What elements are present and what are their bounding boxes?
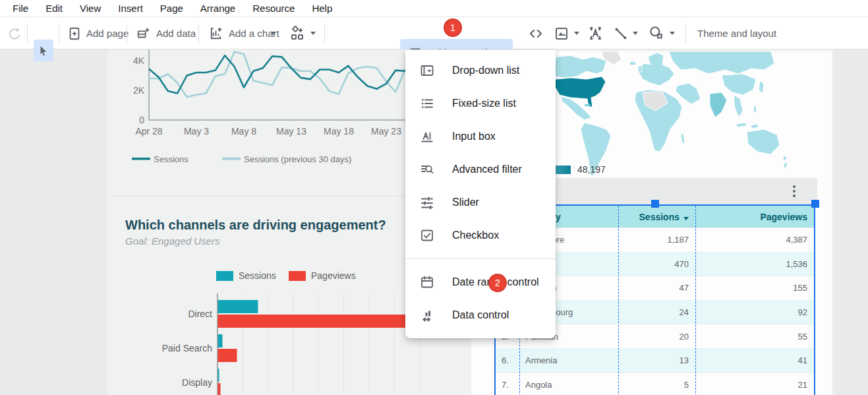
menu-item-input-box[interactable]: Input box: [405, 120, 556, 153]
menubar-item-arrange[interactable]: Arrange: [192, 3, 244, 14]
divider: [59, 24, 59, 43]
map-region-australia: [747, 129, 780, 154]
menubar-item-resource[interactable]: Resource: [244, 3, 303, 14]
redo-icon[interactable]: [5, 17, 24, 49]
bar-category-label: Display: [182, 377, 212, 388]
table-row[interactable]: 7.Angola521: [496, 373, 814, 395]
pageviews-header[interactable]: Pageviews: [695, 212, 814, 222]
data-studio-editor: FileEditViewInsertPageArrangeResourceHel…: [0, 0, 868, 395]
map-region-russia-asia: [669, 51, 774, 74]
select-tool-button[interactable]: [34, 40, 53, 61]
menu-item-label: Checkbox: [452, 229, 499, 241]
step-badge-2: 2: [488, 274, 507, 292]
menu-item-label: Fixed-size list: [452, 98, 516, 109]
menu-separator: [405, 258, 556, 259]
add-data-button[interactable]: Add data: [156, 17, 196, 49]
theme-and-layout-button[interactable]: Theme and layout: [697, 17, 776, 49]
chevron-down-icon[interactable]: [631, 17, 640, 49]
menu-item-date-range-control[interactable]: Date range control: [405, 266, 556, 299]
add-chart-icon[interactable]: [207, 17, 224, 49]
map-region-india: [710, 92, 727, 117]
menubar-item-file[interactable]: File: [4, 3, 37, 14]
drop-down-list-icon: [419, 63, 435, 78]
map-region-philippines: [753, 106, 757, 113]
menu-item-label: Input box: [452, 131, 496, 142]
fixed-size-list-icon: [419, 96, 435, 111]
menubar-item-page[interactable]: Page: [152, 3, 192, 14]
bar-category-label: Paid Search: [162, 343, 212, 353]
menu-item-checkbox[interactable]: Checkbox: [405, 219, 556, 252]
calendar-icon: [419, 274, 435, 290]
svg-text:2K: 2K: [133, 85, 145, 96]
map-region-mexico-central-america: [561, 96, 591, 120]
map-region-middle-east: [676, 83, 701, 104]
more-options-icon[interactable]: [788, 184, 800, 198]
svg-text:May 3: May 3: [184, 126, 209, 137]
menu-item-slider[interactable]: Slider: [405, 186, 556, 219]
menubar-item-edit[interactable]: Edit: [37, 3, 71, 14]
chevron-down-icon[interactable]: [269, 17, 278, 49]
divider: [324, 24, 325, 43]
community-components-icon[interactable]: [287, 17, 307, 49]
step-badge-1: 1: [444, 18, 462, 37]
svg-text:May 18: May 18: [324, 126, 354, 137]
menu-item-fixed-size-list[interactable]: Fixed-size list: [405, 87, 556, 120]
input-box-icon: [419, 129, 435, 144]
map-region-canada: [549, 55, 606, 78]
line-legend-sessions: Sessions: [154, 154, 188, 164]
svg-text:0: 0: [139, 115, 144, 125]
menubar-item-view[interactable]: View: [71, 3, 109, 14]
map-region-madagascar: [681, 133, 685, 144]
embed-icon[interactable]: [526, 17, 546, 49]
image-icon[interactable]: [552, 17, 571, 49]
selection-handle-top-right[interactable]: [811, 200, 819, 208]
divider: [127, 24, 127, 43]
map-region-united-states: [554, 76, 606, 107]
column-divider: [695, 206, 696, 395]
add-control-menu: Drop-down listFixed-size listInput boxAd…: [405, 50, 556, 338]
menu-item-label: Data control: [452, 309, 509, 321]
menubar: FileEditViewInsertPageArrangeResourceHel…: [0, 0, 868, 17]
bar-category-label: Direct: [188, 309, 212, 319]
add-page-button[interactable]: Add page: [86, 17, 129, 49]
chevron-down-icon[interactable]: [308, 17, 318, 49]
text-icon[interactable]: [585, 17, 605, 49]
toolbar: Add page Add data Add a chart Add a cont…: [0, 17, 868, 49]
divider: [198, 24, 199, 43]
shape-icon[interactable]: [646, 17, 667, 49]
svg-text:Apr 28: Apr 28: [135, 126, 162, 137]
bar-chart-subtitle: Goal: Engaged Users: [125, 235, 219, 247]
divider: [27, 24, 28, 43]
add-data-icon[interactable]: [134, 17, 152, 49]
svg-text:May 13: May 13: [276, 126, 306, 137]
checkbox-icon: [419, 228, 435, 243]
map-region-new-zealand-north: [783, 156, 787, 161]
slider-icon: [419, 195, 435, 210]
bar-chart-title: Which channels are driving engagement?: [125, 218, 386, 233]
line-legend-previous: Sessions (previous 30 days): [244, 154, 351, 164]
chevron-down-icon[interactable]: [668, 17, 677, 49]
menubar-item-help[interactable]: Help: [303, 3, 341, 14]
menu-item-advanced-filter[interactable]: Advanced filter: [405, 153, 556, 186]
map-region-japan: [759, 80, 764, 94]
svg-text:May 8: May 8: [231, 126, 256, 137]
svg-text:4K: 4K: [133, 55, 145, 66]
menu-item-drop-down-list[interactable]: Drop-down list: [405, 54, 556, 87]
add-page-icon[interactable]: [66, 17, 83, 49]
menu-item-data-control[interactable]: Data control: [405, 299, 556, 332]
chevron-down-icon[interactable]: [572, 17, 581, 49]
line-icon[interactable]: [612, 17, 630, 49]
menu-item-label: Drop-down list: [452, 65, 519, 76]
data-control-icon: [419, 307, 435, 323]
map-region-indonesia-east: [751, 124, 759, 129]
table-row[interactable]: 6.Armenia1341: [496, 348, 814, 373]
selection-handle-top[interactable]: [651, 200, 659, 208]
menu-item-label: Slider: [452, 197, 479, 208]
advanced-filter-icon: [419, 162, 435, 177]
column-divider: [618, 206, 619, 395]
menu-item-label: Advanced filter: [452, 164, 522, 175]
sessions-header[interactable]: Sessions: [618, 212, 695, 222]
map-region-indonesia-west: [736, 123, 747, 127]
menubar-item-insert[interactable]: Insert: [109, 3, 152, 14]
divider: [685, 24, 686, 43]
